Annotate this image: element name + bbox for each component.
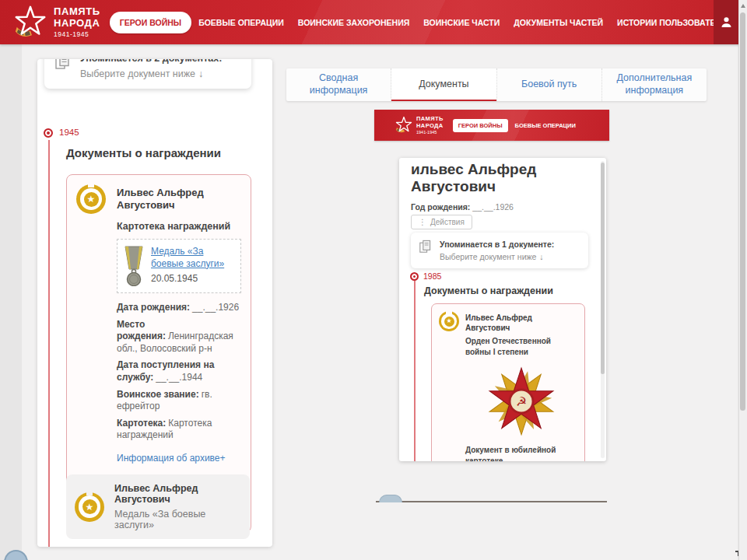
award-medal-badge-icon <box>75 492 104 522</box>
nav-item-unit-documents[interactable]: ДОКУМЕНТЫ ЧАСТЕЙ <box>507 12 610 33</box>
medal-box: Медаль «За боевые заслуги» 20.05.1945 <box>117 239 241 293</box>
order-patriotic-war-image: ☭ <box>482 362 560 440</box>
scroll-up-arrow-icon[interactable] <box>741 4 745 8</box>
star-logo-icon <box>395 116 413 135</box>
embedded-birth-row: Год рождения:__.__.1926 <box>411 202 514 212</box>
main-nav: ГЕРОИ ВОЙНЫ БОЕВЫЕ ОПЕРАЦИИ ВОИНСКИЕ ЗАХ… <box>110 12 747 33</box>
award-name: Орден Отечественной войны I степени <box>465 336 577 357</box>
left-document-panel: Упоминается в 2 документах: Выберите док… <box>37 59 272 547</box>
star-logo-icon <box>12 5 48 40</box>
field-row: Картотека:Картотека награждений <box>117 418 241 442</box>
award-summary-texts: Ильвес Альфред Августович Медаль «За бое… <box>114 483 241 530</box>
logo-line2: НАРОДА <box>54 17 100 29</box>
logo-years: 1941-1945 <box>54 30 100 38</box>
nav-item-units[interactable]: ВОИНСКИЕ ЧАСТИ <box>416 12 507 33</box>
timeline-year: 1985 <box>423 271 441 281</box>
hero-name: Ильвес Альфред Августович <box>465 311 577 333</box>
medal-date: 20.05.1945 <box>151 273 234 284</box>
field-row: Воинское звание:гв. ефрейтор <box>117 389 241 413</box>
embedded-mentions-card: Упоминается в 1 документе: Выберите доку… <box>411 233 588 268</box>
hero-name: Ильвес Альфред Августович <box>117 184 241 212</box>
tab-documents[interactable]: Документы <box>391 68 496 101</box>
archive-info-link[interactable]: Информация об архиве+ <box>117 453 226 464</box>
embedded-scrollbar-thumb[interactable] <box>601 163 605 374</box>
embedded-hero-name: ильвес Альфред Августович <box>411 161 588 194</box>
hero-name: Ильвес Альфред Августович <box>114 483 241 505</box>
down-arrow-icon: ↓ <box>539 252 543 261</box>
award-card-body: Орден Отечественной войны I степени ☭ До… <box>465 336 577 461</box>
medal-name-link[interactable]: Медаль «За боевые заслуги» <box>151 246 234 270</box>
logo-text: ПАМЯТЬ НАРОДА 1941-1945 <box>54 6 100 37</box>
down-arrow-icon: ↓ <box>198 68 203 79</box>
embedded-nav-heroes[interactable]: ГЕРОИ ВОЙНЫ <box>453 119 508 132</box>
award-card-head: Ильвес Альфред Августович <box>76 184 241 214</box>
document-note: Документ в юбилейной картотеке <box>465 445 577 461</box>
hero-fields: Дата рождения:__.__.1926 Место рождения:… <box>117 302 241 442</box>
documents-icon <box>419 240 432 254</box>
actions-icon: ⋮ <box>419 218 426 226</box>
embedded-scrollbar[interactable] <box>601 161 605 458</box>
tab-additional-info[interactable]: Дополнительная информация <box>602 68 707 101</box>
collapse-handle[interactable] <box>379 495 402 502</box>
logo-years: 1941-1945 <box>416 130 444 135</box>
top-header: ПАМЯТЬ НАРОДА 1941-1945 ГЕРОИ ВОЙНЫ БОЕВ… <box>0 0 747 44</box>
award-name: Медаль «За боевые заслуги» <box>114 509 241 530</box>
mentions-subtitle: Выберите документ ниже↓ <box>440 252 554 261</box>
medal-texts: Медаль «За боевые заслуги» 20.05.1945 <box>151 246 234 284</box>
user-icon <box>720 16 733 29</box>
page-scrollbar[interactable] <box>738 0 747 560</box>
tab-combat-path[interactable]: Боевой путь <box>497 68 602 101</box>
award-medal-badge-icon <box>439 311 459 331</box>
award-card-head: Ильвес Альфред Августович <box>439 311 577 333</box>
svg-text:☭: ☭ <box>516 395 527 408</box>
awards-section-title: Документы о награждении <box>424 285 553 296</box>
section-divider <box>376 501 607 502</box>
mentions-subtitle: Выберите документ ниже↓ <box>80 68 240 79</box>
embedded-award-card[interactable]: Ильвес Альфред Августович Орден Отечеств… <box>431 303 585 461</box>
nav-item-heroes[interactable]: ГЕРОИ ВОЙНЫ <box>110 12 191 33</box>
field-row: Дата поступления на службу:__.__.1944 <box>117 359 241 383</box>
field-row: Дата рождения:__.__.1926 <box>117 302 241 314</box>
timeline-line <box>414 281 416 461</box>
award-medal-badge-icon <box>76 184 106 214</box>
timeline-line <box>48 140 50 547</box>
mentions-title: Упоминается в 1 документе: <box>440 240 554 249</box>
nav-item-operations[interactable]: БОЕВЫЕ ОПЕРАЦИИ <box>191 12 291 33</box>
document-type: Картотека награждений <box>117 221 241 232</box>
tab-summary[interactable]: Сводная информация <box>286 68 391 101</box>
timeline-dot <box>410 272 419 281</box>
user-account-button[interactable] <box>714 0 739 44</box>
embedded-hero-card: ильвес Альфред Августович Год рождения:_… <box>399 158 606 461</box>
mentions-card: Упоминается в 2 документах: Выберите док… <box>44 59 251 89</box>
documents-icon <box>55 59 71 70</box>
field-row: Место рождения:Ленинградская обл., Волос… <box>117 319 241 355</box>
logo-text: ПАМЯТЬ НАРОДА 1941-1945 <box>416 116 444 135</box>
medal-thumbnail-icon <box>124 246 144 286</box>
mentions-texts: Упоминается в 2 документах: Выберите док… <box>80 59 240 79</box>
page-scrollbar-thumb[interactable] <box>740 12 745 411</box>
timeline-dot <box>44 128 53 138</box>
detail-tabs: Сводная информация Документы Боевой путь… <box>286 68 707 101</box>
embedded-site-header: ПАМЯТЬ НАРОДА 1941-1945 ГЕРОИ ВОЙНЫ БОЕВ… <box>374 110 609 141</box>
mentions-title: Упоминается в 2 документах: <box>80 59 240 64</box>
logo-line1: ПАМЯТЬ <box>54 5 100 17</box>
award-summary-card[interactable]: Ильвес Альфред Августович Медаль «За бое… <box>66 474 250 539</box>
actions-button[interactable]: ⋮Действия <box>411 215 472 229</box>
site-logo[interactable]: ПАМЯТЬ НАРОДА 1941-1945 <box>12 5 100 40</box>
awards-section-title: Документы о награждении <box>66 146 221 159</box>
embedded-nav-operations[interactable]: БОЕВЫЕ ОПЕРАЦИИ <box>515 122 576 129</box>
embedded-site-logo[interactable]: ПАМЯТЬ НАРОДА 1941-1945 <box>395 116 444 135</box>
timeline-year: 1945 <box>59 128 79 137</box>
mentions-texts: Упоминается в 1 документе: Выберите доку… <box>440 240 554 261</box>
nav-item-burials[interactable]: ВОИНСКИЕ ЗАХОРОНЕНИЯ <box>291 12 416 33</box>
